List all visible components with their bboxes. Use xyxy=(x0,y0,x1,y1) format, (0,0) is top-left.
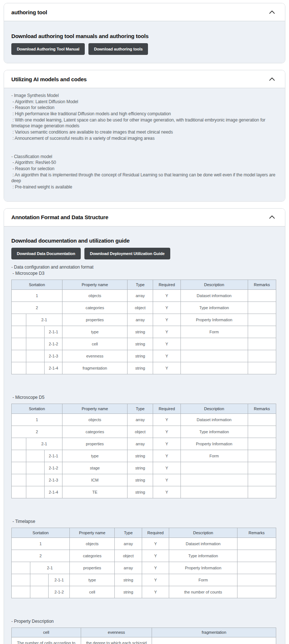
cell-type: object xyxy=(128,426,153,438)
property-description-cell: the degree to which each schizoid cell i… xyxy=(81,637,152,644)
authoring-tool-section: authoring tool Download authoring tool m… xyxy=(4,3,285,63)
cell-indent xyxy=(12,574,30,586)
cell-type: string xyxy=(128,486,153,498)
cell-remarks xyxy=(237,586,276,598)
cell-required: Y xyxy=(153,450,180,462)
cell-required: Y xyxy=(142,550,169,562)
cell-indent xyxy=(12,586,30,598)
table-row: 2-1propertiesarrayYProperty Information xyxy=(12,562,276,574)
cell-description: Dataset information xyxy=(180,413,248,426)
cell-type: array xyxy=(128,413,153,426)
cell-description: Type information xyxy=(180,302,248,314)
header-sortation: Sortation xyxy=(12,280,62,289)
cell-required: Y xyxy=(153,302,180,314)
header-property-name: Property name xyxy=(70,528,115,538)
cell-description xyxy=(180,474,248,486)
cell-description: Type information xyxy=(180,426,248,438)
cell-description: Form xyxy=(180,450,248,462)
cell-indent xyxy=(26,450,45,462)
annotation-format-section: Annotation Format and Data Structure Dow… xyxy=(4,208,285,644)
button-row: Download Data Documentation Download Dep… xyxy=(11,248,278,259)
table-row: 2-1-3ICMstringY xyxy=(12,474,276,486)
download-authoring-tool-manual-button[interactable]: Download Authoring Tool Manual xyxy=(11,43,85,55)
ai-models-header[interactable]: Utilizing AI models and codes xyxy=(4,70,285,88)
cell-sortation: 2-1-3 xyxy=(45,474,62,486)
cell-type: string xyxy=(128,450,153,462)
cell-indent xyxy=(12,486,26,498)
ai-models-section: Utilizing AI models and codes - Image Sy… xyxy=(4,70,285,202)
header-remarks: Remarks xyxy=(248,404,276,413)
cell-indent xyxy=(12,562,30,574)
header-type: Type xyxy=(128,404,153,413)
cell-indent xyxy=(12,362,26,374)
cell-remarks xyxy=(237,574,276,586)
cell-indent xyxy=(26,462,45,474)
cell-required: Y xyxy=(153,462,180,474)
cell-sortation: 2 xyxy=(12,302,62,314)
page: authoring tool Download authoring tool m… xyxy=(0,0,289,644)
header-required: Required xyxy=(142,528,169,538)
cell-remarks xyxy=(248,474,276,486)
table-row: 2-1-4TEstringY xyxy=(12,486,276,498)
ai-models-text: - Image Synthesis Model - Algorithm: Lat… xyxy=(11,93,278,190)
annotation-format-header[interactable]: Annotation Format and Data Structure xyxy=(4,209,285,226)
download-deployment-utilization-guide-button[interactable]: Download Deployment Utilization Guide xyxy=(84,248,170,259)
cell-remarks xyxy=(248,362,276,374)
cell-required: Y xyxy=(142,574,169,586)
authoring-tool-header[interactable]: authoring tool xyxy=(4,3,285,21)
chevron-up-icon[interactable] xyxy=(268,75,276,83)
cell-remarks xyxy=(248,450,276,462)
cell-property-name: categories xyxy=(62,426,127,438)
header-property-name: Property name xyxy=(62,404,127,413)
header-remarks: Remarks xyxy=(248,280,276,289)
table-row: 2categoriesobjectYType information xyxy=(12,302,276,314)
cell-remarks xyxy=(237,538,276,550)
cell-description xyxy=(180,350,248,362)
cell-type: string xyxy=(128,350,153,362)
table-row: 2-1-1typestringYForm xyxy=(12,574,276,586)
cell-required: Y xyxy=(142,562,169,574)
cell-description: Property Information xyxy=(180,438,248,450)
property-name-cell: fragmentation xyxy=(152,628,276,637)
property-description-table: cellevennessfragmentationThe number of c… xyxy=(11,628,276,644)
cell-type: array xyxy=(128,438,153,450)
cell-description: Form xyxy=(169,574,237,586)
table-row: 2-1-4fragmentationstringY xyxy=(12,362,276,374)
cell-description: Dataset information xyxy=(169,538,237,550)
cell-property-name: evenness xyxy=(62,350,127,362)
table-row: 2-1propertiesarrayYProperty Information xyxy=(12,314,276,326)
header-remarks: Remarks xyxy=(237,528,276,538)
cell-indent xyxy=(30,586,49,598)
cell-property-name: categories xyxy=(70,550,115,562)
description-body-row: The number of cells according to the dev… xyxy=(12,637,276,644)
table-row: 2-1-2cellstringYthe number of counts xyxy=(12,586,276,598)
table-header-row: SortationProperty nameTypeRequiredDescri… xyxy=(12,404,276,413)
cell-required: Y xyxy=(153,426,180,438)
download-authoring-tools-button[interactable]: Download authoring tools xyxy=(88,43,148,55)
cell-remarks xyxy=(248,350,276,362)
cell-sortation: 2-1-1 xyxy=(45,450,62,462)
timelapse-table: SortationProperty nameTypeRequiredDescri… xyxy=(11,528,276,598)
cell-remarks xyxy=(248,426,276,438)
download-data-documentation-button[interactable]: Download Data Documentation xyxy=(11,248,81,259)
cell-description: Type information xyxy=(169,550,237,562)
cell-remarks xyxy=(248,486,276,498)
cell-sortation: 2-1 xyxy=(26,314,62,326)
cell-property-name: stage xyxy=(62,462,127,474)
cell-property-name: cell xyxy=(70,586,115,598)
ai-models-body: - Image Synthesis Model - Algorithm: Lat… xyxy=(4,88,285,201)
cell-property-name: objects xyxy=(62,413,127,426)
property-description-cell: The number of cells according to the dev… xyxy=(12,637,81,644)
property-name-cell: evenness xyxy=(81,628,152,637)
chevron-up-icon[interactable] xyxy=(268,213,276,221)
chevron-up-icon[interactable] xyxy=(268,8,276,16)
table-row: 2-1-1typestringYForm xyxy=(12,326,276,338)
download-heading: Download documentation and utilization g… xyxy=(11,237,278,244)
cell-type: string xyxy=(115,574,142,586)
microscope-d5-label: - Microscope D5 xyxy=(11,395,278,400)
download-heading: Download authoring tool manuals and auth… xyxy=(11,33,278,39)
cell-required: Y xyxy=(153,314,180,326)
table-row: 2-1-1typestringYForm xyxy=(12,450,276,462)
header-required: Required xyxy=(153,404,180,413)
section-title: Utilizing AI models and codes xyxy=(11,76,87,82)
